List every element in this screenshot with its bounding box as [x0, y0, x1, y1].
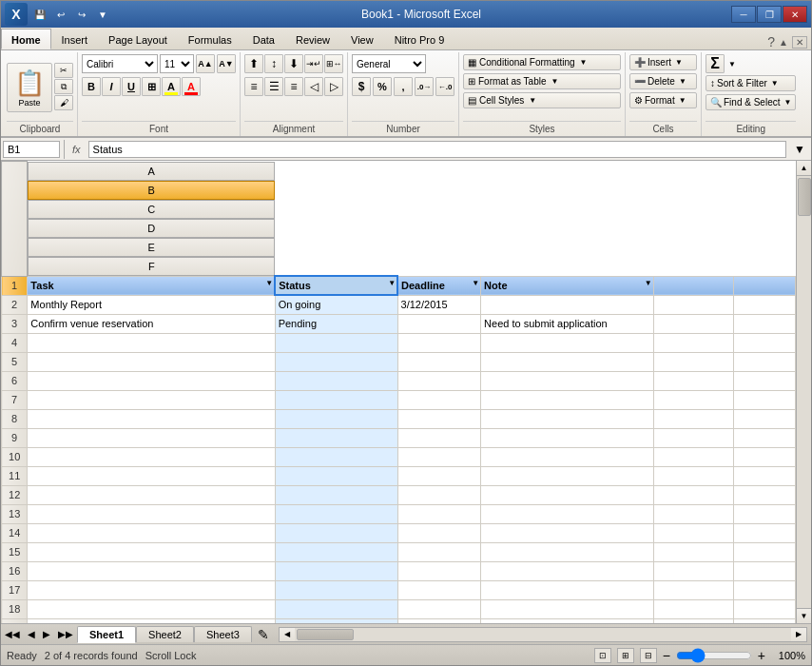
qa-dropdown-btn[interactable]: ▼	[94, 6, 111, 23]
sheet-nav-next[interactable]: ▶▶	[54, 629, 77, 639]
cell-D6[interactable]	[481, 371, 653, 390]
row-number-8[interactable]: 8	[2, 409, 28, 428]
close-btn[interactable]: ✕	[783, 6, 807, 23]
cell-B8[interactable]	[275, 409, 397, 428]
cell-B6[interactable]	[275, 371, 397, 390]
horiz-scrollbar[interactable]: ◀ ▶	[279, 627, 807, 642]
cell-B17[interactable]	[275, 580, 397, 599]
sheet-nav-left[interactable]: ◀	[24, 629, 39, 639]
filter-dropdown-Deadline[interactable]: ▼	[472, 279, 479, 287]
cell-F1[interactable]	[733, 276, 795, 295]
restore-btn[interactable]: ❐	[757, 6, 782, 23]
increase-font-btn[interactable]: A▲	[196, 54, 215, 73]
cell-A18[interactable]	[28, 599, 275, 618]
decrease-font-btn[interactable]: A▼	[217, 54, 236, 73]
cell-E9[interactable]	[653, 428, 733, 447]
row-number-17[interactable]: 17	[2, 580, 28, 599]
cell-A2[interactable]: Monthly Report	[28, 295, 275, 314]
cell-E11[interactable]	[653, 466, 733, 485]
cell-F16[interactable]	[733, 561, 795, 580]
cell-C8[interactable]	[397, 409, 481, 428]
ribbon-minimize-btn[interactable]: ▲	[779, 37, 788, 48]
cell-E18[interactable]	[653, 599, 733, 618]
cell-D15[interactable]	[481, 542, 653, 561]
inc-decimal-btn[interactable]: .0→	[415, 77, 434, 96]
cell-B1[interactable]: Status▼	[275, 276, 397, 295]
cell-F2[interactable]	[733, 295, 795, 314]
grid-scroll-area[interactable]: A B C D E F 1Task▼Status▼Deadline▼Note▼2…	[1, 161, 796, 623]
currency-btn[interactable]: $	[352, 77, 371, 96]
cell-C12[interactable]	[397, 485, 481, 504]
cell-F5[interactable]	[733, 352, 795, 371]
cell-B16[interactable]	[275, 561, 397, 580]
cell-E5[interactable]	[653, 352, 733, 371]
bold-button[interactable]: B	[82, 77, 101, 96]
font-size-select[interactable]: 11	[160, 54, 194, 73]
cut-button[interactable]: ✂	[54, 63, 73, 78]
align-top-btn[interactable]: ⬆	[244, 54, 263, 73]
cell-A11[interactable]	[28, 466, 275, 485]
row-number-10[interactable]: 10	[2, 447, 28, 466]
cell-B7[interactable]	[275, 390, 397, 409]
comma-btn[interactable]: ,	[394, 77, 413, 96]
insert-cells-btn[interactable]: ➕ Insert ▼	[629, 54, 697, 70]
redo-quick-btn[interactable]: ↪	[73, 6, 90, 23]
cell-C1[interactable]: Deadline▼	[397, 276, 481, 295]
tab-review[interactable]: Review	[285, 29, 340, 49]
cell-D5[interactable]	[481, 352, 653, 371]
cell-D2[interactable]	[481, 295, 653, 314]
row-number-5[interactable]: 5	[2, 352, 28, 371]
number-format-select[interactable]: General	[352, 54, 426, 73]
cell-A10[interactable]	[28, 447, 275, 466]
underline-button[interactable]: U	[122, 77, 141, 96]
cell-E2[interactable]	[653, 295, 733, 314]
cell-D14[interactable]	[481, 523, 653, 542]
cell-A6[interactable]	[28, 371, 275, 390]
cell-B11[interactable]	[275, 466, 397, 485]
cell-reference-box[interactable]: B1	[3, 141, 60, 158]
row-number-13[interactable]: 13	[2, 504, 28, 523]
zoom-out-btn[interactable]: −	[663, 648, 670, 663]
merge-cells-btn[interactable]: ⊞↔	[324, 54, 343, 73]
dec-decimal-btn[interactable]: ←.0	[435, 77, 454, 96]
cell-F10[interactable]	[733, 447, 795, 466]
tab-view[interactable]: View	[340, 29, 384, 49]
cell-F17[interactable]	[733, 580, 795, 599]
cell-D17[interactable]	[481, 580, 653, 599]
normal-view-btn[interactable]: ⊡	[594, 648, 611, 663]
format-cells-btn[interactable]: ⚙ Format ▼	[629, 92, 697, 108]
filter-dropdown-Task[interactable]: ▼	[265, 279, 273, 287]
cell-B2[interactable]: On going	[275, 295, 397, 314]
cell-B14[interactable]	[275, 523, 397, 542]
cell-C11[interactable]	[397, 466, 481, 485]
cell-F14[interactable]	[733, 523, 795, 542]
cell-F15[interactable]	[733, 542, 795, 561]
cell-C14[interactable]	[397, 523, 481, 542]
row-number-1[interactable]: 1	[2, 276, 28, 295]
cell-D10[interactable]	[481, 447, 653, 466]
cell-B15[interactable]	[275, 542, 397, 561]
cell-B5[interactable]	[275, 352, 397, 371]
row-number-9[interactable]: 9	[2, 428, 28, 447]
cell-A1[interactable]: Task▼	[28, 276, 275, 295]
cell-D7[interactable]	[481, 390, 653, 409]
cell-D16[interactable]	[481, 561, 653, 580]
cell-C6[interactable]	[397, 371, 481, 390]
col-header-D[interactable]: D	[28, 219, 275, 238]
tab-nitro[interactable]: Nitro Pro 9	[384, 29, 455, 49]
ribbon-close-btn[interactable]: ✕	[792, 36, 807, 49]
tab-data[interactable]: Data	[242, 29, 285, 49]
cell-D1[interactable]: Note▼	[481, 276, 653, 295]
autosum-btn[interactable]: Σ	[706, 54, 725, 73]
sheet-tab-1[interactable]: Sheet1	[77, 626, 136, 643]
italic-button[interactable]: I	[102, 77, 121, 96]
autosum-arrow[interactable]: ▼	[728, 60, 736, 69]
cell-styles-btn[interactable]: ▤ Cell Styles ▼	[463, 92, 621, 108]
cell-A15[interactable]	[28, 542, 275, 561]
format-as-table-btn[interactable]: ⊞ Format as Table ▼	[463, 73, 621, 89]
cell-C13[interactable]	[397, 504, 481, 523]
horiz-scroll-right[interactable]: ▶	[791, 628, 806, 641]
cell-C2[interactable]: 3/12/2015	[397, 295, 481, 314]
tab-formulas[interactable]: Formulas	[178, 29, 242, 49]
cell-F3[interactable]	[733, 314, 795, 333]
